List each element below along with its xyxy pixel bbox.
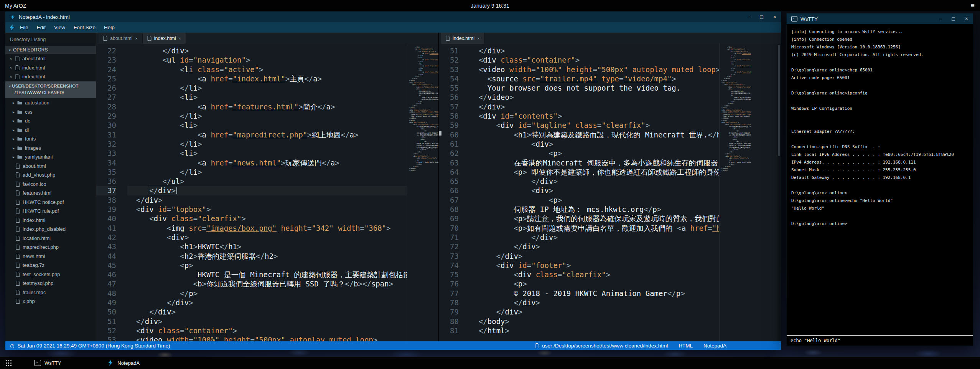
tree-file-location.html[interactable]: location.html — [5, 234, 96, 243]
tab-index.html[interactable]: index.html× — [143, 33, 186, 44]
code-line[interactable]: HKWTC 是一個 Minecraft 的建築伺服器，主要建築計劃包括鐵路 — [127, 270, 407, 279]
tree-root-header[interactable]: ▾ USER/DESKTOP/SCREENSHOT /TEST/WWW CLEA… — [5, 81, 96, 99]
editor-scrollbar[interactable] — [777, 44, 781, 341]
close-icon[interactable]: × — [9, 74, 13, 79]
open-editor-item[interactable]: ×index.html — [5, 72, 96, 81]
close-icon[interactable]: × — [9, 65, 13, 70]
tree-folder-images[interactable]: ▸images — [5, 144, 96, 153]
split-handle[interactable] — [439, 131, 441, 136]
tab-close-icon[interactable]: × — [179, 36, 181, 41]
code-line[interactable]: </div> — [470, 177, 719, 186]
code-line[interactable]: </div> — [127, 307, 407, 316]
code-line[interactable]: <div> — [470, 186, 719, 195]
code-line[interactable]: </ul> — [127, 177, 407, 186]
app-grid-icon[interactable] — [5, 360, 12, 366]
menu-view[interactable]: View — [50, 23, 69, 31]
close-button[interactable]: × — [965, 16, 968, 22]
code-line[interactable]: <video width="100%" height="500px" autop… — [127, 335, 407, 341]
tree-file-add_vhost.php[interactable]: add_vhost.php — [5, 170, 96, 180]
menu-file[interactable]: File — [16, 23, 33, 31]
menu-edit[interactable]: Edit — [33, 23, 50, 31]
open-editor-item[interactable]: ×index.html — [5, 63, 96, 73]
code-line[interactable]: 伺服器 IP 地址為： mcs.hkwtc.org</p> — [470, 205, 719, 214]
code-line[interactable]: </div> — [470, 46, 719, 55]
scrollbar-thumb[interactable] — [778, 45, 780, 156]
code-area[interactable]: </div> <ul id="navigation"> <li class="a… — [126, 44, 407, 341]
tree-file-HKWTC-notice.pdf[interactable]: HKWTC notice.pdf — [5, 198, 96, 207]
taskbar-item-wstty[interactable]: >_WsTTY — [34, 360, 61, 366]
tab-index.html[interactable]: index.html× — [441, 33, 484, 44]
taskbar-item-notepada[interactable]: NotepadA — [107, 359, 140, 366]
code-line[interactable]: <div> — [127, 233, 407, 242]
code-line[interactable]: </div> — [127, 195, 407, 205]
code-line[interactable]: 在香港的Minecraft 伺服器中，多為小遊戲和純生存的伺服器，較少擁有 — [470, 158, 719, 167]
code-line[interactable]: </html> — [470, 326, 719, 335]
code-line[interactable]: © 2018 - 2019 HKWTC Animation Gamer</p> — [470, 289, 719, 298]
code-line[interactable]: <p>如有問題或需要申請白名單，歡迎加入我們的 <a href="https:/… — [470, 223, 719, 233]
code-line[interactable]: <a href="features.html">簡介</a> — [127, 102, 407, 111]
minimize-button[interactable]: − — [939, 16, 942, 22]
code-line[interactable]: <div class="container"> — [127, 326, 407, 335]
tree-file-x.php[interactable]: x.php — [5, 297, 96, 306]
tree-folder-dl[interactable]: ▸dl — [5, 126, 96, 135]
code-line[interactable]: <li class="active"> — [127, 65, 407, 74]
code-line[interactable]: <div class="container"> — [470, 55, 719, 65]
tree-folder-css[interactable]: ▸css — [5, 108, 96, 117]
code-line[interactable]: </body> — [470, 317, 719, 326]
tree-file-news.html[interactable]: news.html — [5, 252, 96, 261]
maximize-button[interactable]: □ — [760, 14, 763, 20]
code-line[interactable]: <li> — [127, 93, 407, 102]
code-line[interactable]: <h1>HKWTC</h1> — [127, 242, 407, 251]
tree-file-trailer.mp4[interactable]: trailer.mp4 — [5, 288, 96, 297]
tree-file-index.php_disabled[interactable]: index.php_disabled — [5, 225, 96, 234]
tree-file-favicon.ico[interactable]: favicon.ico — [5, 180, 96, 189]
code-line[interactable]: </li> — [127, 139, 407, 149]
hamburger-menu-icon[interactable]: ≡ — [971, 2, 980, 10]
tree-file-features.html[interactable]: features.html — [5, 189, 96, 198]
close-icon[interactable]: × — [9, 56, 13, 61]
tree-file-HKWTC-rule.pdf[interactable]: HKWTC rule.pdf — [5, 207, 96, 216]
code-line[interactable]: <source src="trailer.mp4" type="video/mp… — [470, 74, 719, 83]
code-line[interactable]: </li> — [127, 167, 407, 177]
code-line[interactable]: </div> — [127, 46, 407, 55]
start-menu-button[interactable]: My ArOZ — [0, 3, 26, 9]
code-line[interactable]: </li> — [127, 111, 407, 121]
tree-folder-dc[interactable]: ▸dc — [5, 116, 96, 126]
code-line[interactable]: <a href="index.html">主頁</a> — [127, 74, 407, 83]
code-line[interactable]: </div> — [127, 298, 407, 307]
tree-file-mapredirect.php[interactable]: mapredirect.php — [5, 243, 96, 252]
code-line[interactable]: </div> — [470, 298, 719, 307]
tree-file-teabag.7z[interactable]: teabag.7z — [5, 261, 96, 270]
tree-folder-fonts[interactable]: ▸fonts — [5, 134, 96, 144]
code-line[interactable]: <p> 即使你不是建築師，你也能透過紅石師或鐵路工程師的身份加入我 — [470, 167, 719, 177]
tree-folder-yamlyamlani[interactable]: ▸yamlyamlani — [5, 152, 96, 162]
code-line[interactable]: </div> — [127, 186, 407, 195]
tree-file-about.html[interactable]: about.html — [5, 162, 96, 171]
code-line[interactable]: </video> — [470, 93, 719, 102]
menu-font-size[interactable]: Font Size — [69, 23, 100, 31]
tab-close-icon[interactable]: × — [477, 36, 479, 41]
code-line[interactable]: <p> — [127, 261, 407, 270]
maximize-button[interactable]: □ — [952, 16, 955, 22]
code-line[interactable]: <ul id="navigation"> — [127, 55, 407, 65]
code-line[interactable]: <video width="100%" height="500px" autop… — [470, 65, 719, 74]
tree-file-test_sockets.php[interactable]: test_sockets.php — [5, 270, 96, 279]
minimize-button[interactable]: − — [747, 14, 750, 20]
open-editors-header[interactable]: ▾ OPEN EDITORS — [5, 46, 96, 54]
code-line[interactable]: </div> — [470, 242, 719, 251]
tab-close-icon[interactable]: × — [135, 36, 137, 41]
minimap[interactable]: </div> <ul id="navigation"> <li class="a… — [407, 44, 438, 341]
menu-help[interactable]: Help — [100, 23, 119, 31]
code-line[interactable]: <a href="mapredirect.php">網上地圖</a> — [127, 130, 407, 139]
terminal-output[interactable]: [info] Conencting to arozos WsTTY servic… — [787, 24, 973, 335]
code-line[interactable]: <a href="news.html">玩家傳送門</a> — [127, 158, 407, 167]
code-line[interactable]: <h1>特別為建築及鐵路而設，現代化的 Minecraft 世界.</h1> — [470, 130, 719, 139]
code-line[interactable]: <div id="footer"> — [470, 261, 719, 270]
code-line[interactable]: <b>你知道我們全線伺服器已轉用 SSD 了嗎？</b></span> — [127, 279, 407, 288]
code-line[interactable]: <div id="topbox"> — [127, 205, 407, 214]
code-line[interactable]: <p>請注意，我們的伺服器為確保玩家及遊玩時的質素，我們對的服務開 — [470, 214, 719, 223]
code-line[interactable]: </li> — [127, 83, 407, 93]
code-line[interactable]: <div id="tagline" class="clearfix"> — [470, 121, 719, 130]
open-editor-item[interactable]: ×about.html — [5, 54, 96, 63]
code-line[interactable]: <p> — [470, 195, 719, 205]
